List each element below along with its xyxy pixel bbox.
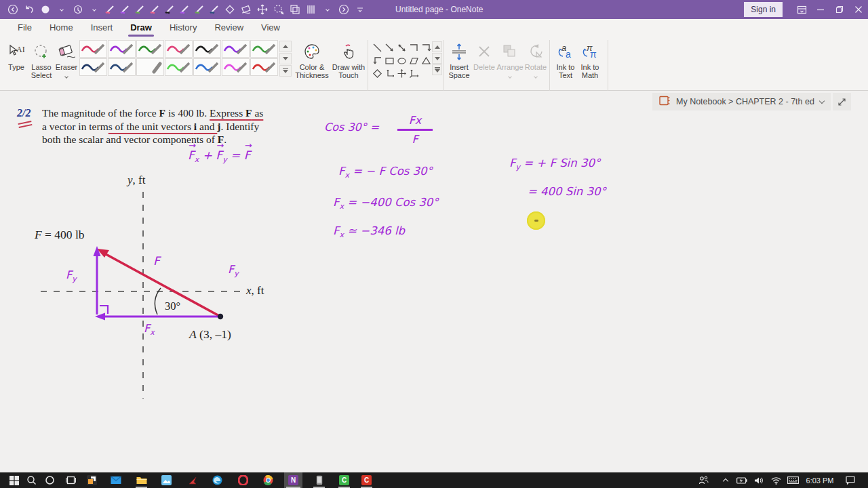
line-icon[interactable]	[372, 41, 383, 54]
pen-swatch[interactable]	[222, 40, 250, 58]
pen-swatch[interactable]	[165, 58, 193, 76]
shapes-scroll-up-icon[interactable]	[432, 41, 442, 52]
media-app-icon[interactable]	[184, 472, 200, 488]
pen-scroll-down-icon[interactable]	[279, 53, 292, 64]
onenote-icon[interactable]: N	[284, 472, 302, 488]
ribbon-options-icon[interactable]	[792, 0, 811, 19]
draw-with-touch-button[interactable]: Draw withTouch	[331, 39, 366, 88]
pen-color-icon[interactable]	[39, 3, 52, 16]
tab-file[interactable]: File	[9, 19, 41, 37]
pen-color-chevron-icon[interactable]	[56, 3, 68, 16]
pen-scroll-up-icon[interactable]	[279, 41, 292, 52]
recorder-icon[interactable]: C	[359, 472, 374, 488]
pen-green-icon[interactable]	[134, 4, 145, 15]
highlighter-icon[interactable]	[224, 3, 236, 16]
camtasia-icon[interactable]: C	[336, 472, 352, 488]
clock[interactable]: 6:03 PM	[803, 472, 837, 488]
page-canvas[interactable]: My Notebook > CHAPTER 2 - 7th ed 2/2 The…	[0, 91, 868, 472]
axes-yx-icon[interactable]	[384, 67, 395, 79]
pen-navy-icon[interactable]	[209, 4, 220, 15]
tab-home[interactable]: Home	[41, 19, 82, 37]
elbow-icon[interactable]	[408, 41, 420, 54]
axes-cross-icon[interactable]	[396, 67, 408, 79]
redo-icon[interactable]	[338, 3, 350, 16]
pen-gallery-more-icon[interactable]	[279, 65, 292, 77]
pen-purple-icon[interactable]	[119, 4, 130, 15]
expand-icon[interactable]	[833, 93, 851, 110]
pen-swatch[interactable]	[193, 40, 221, 58]
double-arrow-icon[interactable]	[396, 41, 408, 54]
pen-violet-icon[interactable]	[179, 4, 190, 15]
task-view-icon[interactable]	[63, 472, 79, 488]
elbow-left-icon[interactable]	[372, 54, 383, 66]
chrome-icon[interactable]	[260, 472, 276, 488]
people-icon[interactable]	[696, 472, 711, 488]
notes-app-icon[interactable]	[84, 472, 100, 488]
ellipse-icon[interactable]	[396, 54, 408, 66]
tab-insert[interactable]: Insert	[82, 19, 122, 37]
phone-icon[interactable]	[311, 472, 327, 488]
lasso-select-button[interactable]: LassoSelect	[28, 39, 54, 88]
search-icon[interactable]	[24, 472, 39, 488]
pen-swatch[interactable]	[136, 40, 164, 58]
pen-green2-icon[interactable]	[194, 4, 205, 15]
type-button[interactable]: AI Type	[4, 39, 28, 88]
pen-swatch[interactable]	[250, 58, 278, 76]
overflow-icon[interactable]	[354, 3, 366, 16]
pen-pink2-icon[interactable]	[149, 4, 160, 15]
pen-swatch[interactable]	[108, 58, 136, 76]
battery-icon[interactable]	[734, 472, 749, 488]
photos-icon[interactable]	[159, 472, 174, 488]
breadcrumb[interactable]: My Notebook > CHAPTER 2 - 7th ed	[652, 93, 831, 110]
restore-button[interactable]	[830, 0, 849, 19]
minimize-button[interactable]	[811, 0, 830, 19]
undo-icon[interactable]	[23, 3, 35, 16]
triangle-icon[interactable]	[420, 54, 432, 66]
ink-to-text-button[interactable]: aa Ink toText	[553, 39, 578, 88]
close-button[interactable]	[849, 0, 868, 19]
back-icon[interactable]	[7, 3, 19, 16]
opera-icon[interactable]	[235, 472, 251, 488]
lasso-icon[interactable]	[273, 3, 285, 16]
sign-in-button[interactable]: Sign in	[744, 2, 783, 17]
rotate-button[interactable]: Rotate	[524, 39, 548, 88]
file-explorer-icon[interactable]	[134, 472, 149, 488]
tab-draw[interactable]: Draw	[121, 19, 161, 37]
tab-history[interactable]: History	[161, 19, 205, 37]
arrow-icon[interactable]	[384, 41, 395, 54]
pen-swatch[interactable]	[193, 58, 221, 76]
binder-icon[interactable]	[305, 3, 317, 16]
ink-to-math-button[interactable]: ππ Ink toMath	[578, 39, 602, 88]
arrange-button[interactable]: Arrange	[496, 39, 524, 88]
shapes-scroll-down-icon[interactable]	[432, 53, 442, 64]
elbow-arrow-icon[interactable]	[420, 41, 432, 54]
touch-draw-chevron-icon[interactable]	[88, 3, 100, 16]
pen-swatch[interactable]	[79, 58, 107, 76]
hidden-icons-chevron[interactable]	[717, 472, 733, 488]
diamond-icon[interactable]	[372, 67, 383, 79]
touch-draw-icon[interactable]	[72, 3, 84, 16]
shapes-more-icon[interactable]	[432, 64, 442, 75]
pen-swatch[interactable]	[250, 40, 278, 58]
touch-keyboard-icon[interactable]	[785, 472, 801, 488]
tab-review[interactable]: Review	[205, 19, 252, 37]
copy-icon[interactable]	[289, 3, 301, 16]
cortana-icon[interactable]	[42, 472, 58, 488]
edge-icon[interactable]	[210, 472, 225, 488]
move-icon[interactable]	[256, 3, 269, 16]
pencil-swatch[interactable]	[136, 58, 164, 76]
color-thickness-button[interactable]: Color &Thickness	[293, 39, 331, 88]
speaker-icon[interactable]	[751, 472, 766, 488]
parallelogram-icon[interactable]	[408, 54, 420, 66]
eraser-button[interactable]: Eraser	[54, 39, 79, 88]
pen-swatch[interactable]	[222, 58, 250, 76]
rectangle-icon[interactable]	[384, 54, 395, 66]
pen-black-icon[interactable]	[164, 4, 175, 15]
action-center-icon[interactable]	[842, 472, 858, 488]
pen-pink-icon[interactable]	[104, 4, 115, 15]
pen-swatch[interactable]	[79, 40, 107, 58]
wifi-icon[interactable]	[768, 472, 784, 488]
eraser-icon[interactable]	[240, 3, 252, 16]
delete-button[interactable]: Delete	[472, 39, 496, 88]
tab-view[interactable]: View	[252, 19, 289, 37]
